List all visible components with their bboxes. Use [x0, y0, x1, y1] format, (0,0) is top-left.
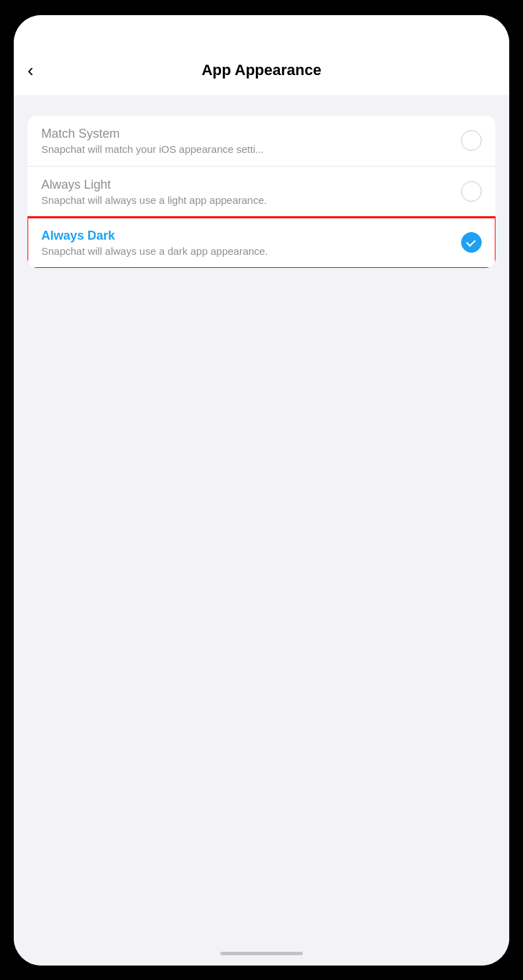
option-always-light-text: Always Light Snapchat will always use a …: [41, 178, 461, 206]
option-always-dark-description: Snapchat will always use a dark app appe…: [41, 245, 461, 257]
option-always-dark-radio[interactable]: [461, 232, 482, 253]
option-always-dark-text: Always Dark Snapchat will always use a d…: [41, 229, 461, 257]
option-always-light[interactable]: Always Light Snapchat will always use a …: [28, 167, 495, 218]
status-bar: [14, 15, 509, 45]
back-button[interactable]: ‹: [28, 61, 34, 79]
option-match-system-text: Match System Snapchat will match your iO…: [41, 127, 461, 155]
option-match-system[interactable]: Match System Snapchat will match your iO…: [28, 116, 495, 167]
option-always-light-description: Snapchat will always use a light app app…: [41, 194, 461, 206]
page-title: App Appearance: [202, 61, 321, 79]
option-always-light-radio[interactable]: [461, 181, 482, 202]
nav-header: ‹ App Appearance: [14, 45, 509, 95]
content-area: Match System Snapchat will match your iO…: [14, 95, 509, 942]
home-indicator: [14, 942, 509, 966]
option-match-system-radio[interactable]: [461, 130, 482, 151]
option-always-light-title: Always Light: [41, 178, 461, 192]
option-always-dark-title: Always Dark: [41, 229, 461, 243]
option-match-system-description: Snapchat will match your iOS appearance …: [41, 143, 461, 155]
phone-frame: ‹ App Appearance Match System Snapchat w…: [14, 15, 509, 966]
option-match-system-title: Match System: [41, 127, 461, 141]
home-bar: [220, 952, 303, 955]
option-always-dark[interactable]: Always Dark Snapchat will always use a d…: [28, 218, 495, 268]
options-list: Match System Snapchat will match your iO…: [28, 116, 495, 268]
